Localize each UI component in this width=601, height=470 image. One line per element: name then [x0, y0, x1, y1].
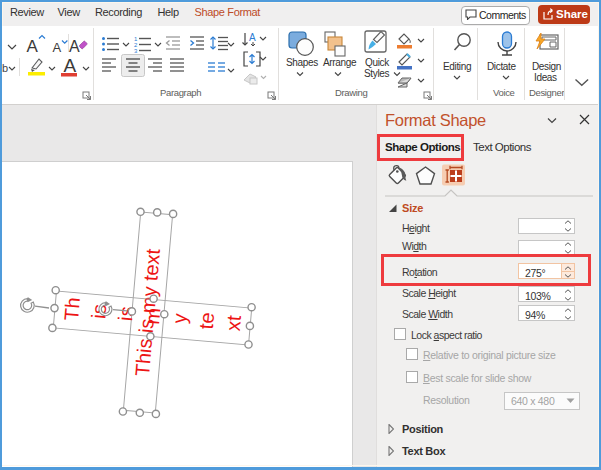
svg-text:Arrange: Arrange [323, 57, 357, 68]
svg-text:A: A [69, 38, 80, 55]
svg-text:Editing: Editing [443, 61, 471, 72]
svg-text:3: 3 [134, 48, 138, 54]
svg-text:Ideas: Ideas [534, 72, 557, 83]
svg-text:Styles: Styles [364, 68, 389, 79]
svg-text:Paragraph: Paragraph [160, 87, 201, 98]
svg-text:Quick: Quick [365, 57, 390, 68]
svg-text:Shapes: Shapes [286, 57, 318, 68]
svg-text:A: A [249, 32, 256, 43]
svg-text:Drawing: Drawing [335, 87, 367, 98]
svg-text:Voice: Voice [493, 87, 515, 98]
svg-text:A: A [53, 40, 62, 55]
svg-text:A: A [64, 55, 77, 76]
svg-text:Design: Design [532, 61, 561, 72]
svg-text:Dictate: Dictate [487, 61, 516, 72]
svg-text:A: A [27, 37, 39, 56]
svg-text:Designer: Designer [529, 87, 564, 98]
svg-text:b: b [2, 62, 8, 74]
